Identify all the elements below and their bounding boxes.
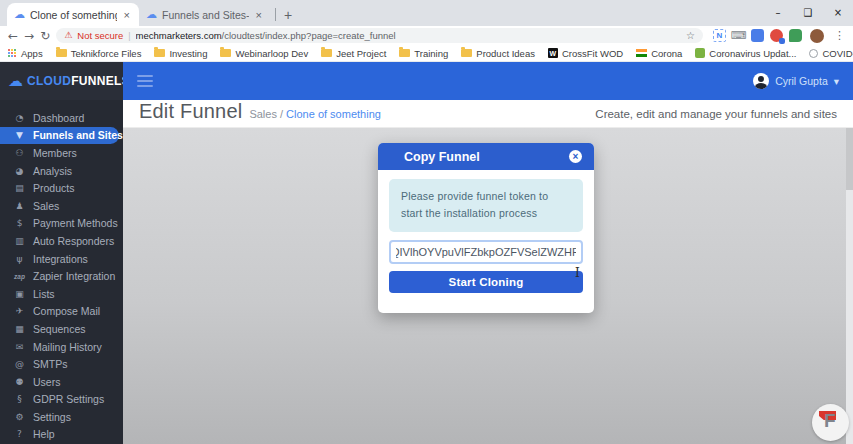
not-secure-warning-icon: ⚠ [64,31,72,40]
bookmark-label: Teknikforce Files [71,48,142,59]
user-menu[interactable]: Cyril Gupta ▾ [753,73,839,89]
tab-strip: ☁ Clone of something - Edit Funne × ☁ Fu… [0,0,853,26]
plug-icon: ψ [13,254,26,264]
reload-button[interactable]: ↻ [40,30,50,42]
tab-close-icon[interactable]: × [122,9,132,21]
sidebar-item-lists[interactable]: ▣Lists [0,285,123,303]
folder-icon [220,49,231,57]
text-cursor: I [575,266,580,280]
india-flag-icon [636,49,647,57]
bookmark-label: Training [414,48,448,59]
cloud-logo-icon: ☁ [8,74,23,89]
sidebar-item-help[interactable]: ?Help [0,426,123,444]
bookmark-label: Jeet Project [336,48,386,59]
teknikforce-watermark-logo: F [812,404,849,441]
maximize-button[interactable]: ❑ [793,0,823,26]
bookmark-coronavirus[interactable]: Coronavirus Updat... [695,48,796,59]
bookmark-covid-tracker[interactable]: COVID-19 Tracker j... [809,48,853,59]
top-bar: Cyril Gupta ▾ [123,62,853,100]
bookmark-folder[interactable]: Product Ideas [461,48,535,59]
products-icon: ▤ [13,183,26,193]
scrollbar[interactable] [846,128,853,444]
not-secure-label[interactable]: Not secure [77,30,123,41]
sidebar-item-compose-mail[interactable]: ✈Compose Mail [0,303,123,321]
new-tab-button[interactable]: + [284,7,292,23]
extension-toolbar: N ⌨ ⋮ [713,29,845,43]
bookmark-corona[interactable]: Corona [636,48,682,59]
folder-icon [56,49,67,57]
scrollbar-thumb[interactable] [846,128,853,190]
minimize-button[interactable]: – [763,0,793,26]
close-window-button[interactable]: × [823,0,853,26]
bookmark-folder[interactable]: Training [399,48,448,59]
modal-close-icon[interactable]: × [569,150,582,163]
breadcrumb-root[interactable]: Sales [249,108,277,120]
apps-shortcut[interactable]: Apps [8,48,43,59]
chrome-menu-icon[interactable]: ⋮ [834,29,845,42]
sidebar-item-payment-methods[interactable]: $Payment Methods [0,215,123,233]
tab-close-icon[interactable]: × [254,9,264,21]
extension-red-icon[interactable] [770,29,783,42]
sidebar-item-analysis[interactable]: ◕Analysis [0,162,123,180]
sidebar-item-users[interactable]: ⚉Users [0,373,123,391]
sidebar-item-dashboard[interactable]: ◔Dashboard [0,109,123,127]
forward-button[interactable]: → [24,30,34,42]
user-avatar [753,73,769,89]
extension-blue-icon[interactable] [751,29,764,42]
bookmark-folder[interactable]: Teknikforce Files [56,48,142,59]
apps-grid-icon [8,49,17,58]
payment-icon: $ [13,218,26,228]
sidebar-item-mailing-history[interactable]: ✉Mailing History [0,338,123,356]
calendar-icon: ▦ [13,324,26,334]
sidebar-item-products[interactable]: ▤Products [0,179,123,197]
bookmark-folder[interactable]: Webinarloop Dev [220,48,308,59]
bookmark-folder[interactable]: Investing [154,48,207,59]
bookmark-label: Investing [169,48,207,59]
tab-title: Funnels and Sites-CloudFunnels [162,9,249,21]
sidebar-item-auto-responders[interactable]: ▥Auto Responders [0,232,123,250]
bookmark-star-icon[interactable]: ☆ [686,30,695,41]
sidebar-item-integrations[interactable]: ψIntegrations [0,250,123,268]
sidebar-item-gdpr-settings[interactable]: §GDPR Settings [0,391,123,409]
sidebar-item-zapier[interactable]: zapZapier Integration [0,267,123,285]
funnel-token-input[interactable] [389,240,583,264]
tab-edit-funnel[interactable]: ☁ Clone of something - Edit Funne × [7,3,139,26]
sidebar-item-settings[interactable]: ⚙Settings [0,408,123,426]
folder-icon [154,49,165,57]
back-button[interactable]: ← [8,30,18,42]
folder-icon [399,49,410,57]
tab-title: Clone of something - Edit Funne [30,9,117,21]
chrome-profile-avatar[interactable] [810,29,824,43]
breadcrumb-separator: / [280,108,283,120]
sidebar-item-sequences[interactable]: ▦Sequences [0,320,123,338]
user-name: Cyril Gupta [775,75,828,87]
start-cloning-button[interactable]: Start Cloning [389,271,583,293]
at-sign-icon: @ [13,359,26,369]
bookmarks-bar: Apps Teknikforce Files Investing Webinar… [0,45,853,62]
page-header: Edit Funnel Sales / Clone of something C… [123,100,853,128]
modal-title: Copy Funnel [404,150,480,164]
modal-body: Please provide funnel token to start the… [378,170,594,313]
tab-funnels-and-sites[interactable]: ☁ Funnels and Sites-CloudFunnels × [139,3,271,26]
breadcrumb-current[interactable]: Clone of something [286,108,381,120]
extension-badge [779,38,785,44]
address-bar[interactable]: ⚠ Not secure | mechmarketers.com/cloudte… [56,28,703,43]
menu-toggle-icon[interactable] [137,75,153,88]
bookmark-label: Corona [651,48,682,59]
cloudfunnels-logo[interactable]: ☁ CLOUDFUNNELS [0,62,123,100]
bookmark-crossfit[interactable]: WCrossFit WOD [548,48,623,59]
sidebar-item-members[interactable]: ⚇Members [0,144,123,162]
url-text[interactable]: mechmarketers.com/cloudtest/index.php?pa… [136,30,681,41]
funnel-icon: ▼ [13,130,26,140]
page-content: Copy Funnel × Please provide funnel toke… [123,128,853,444]
extension-keyboard-icon[interactable]: ⌨ [732,29,745,42]
sidebar-item-funnels-and-sites[interactable]: ▼Funnels and Sites [0,127,119,145]
extension-green-icon[interactable] [789,29,802,42]
extension-n-icon[interactable]: N [713,29,726,42]
bookmark-label: Webinarloop Dev [235,48,308,59]
sidebar-item-smtps[interactable]: @SMTPs [0,355,123,373]
sidebar-item-sales[interactable]: ♟Sales [0,197,123,215]
bookmark-folder[interactable]: Jeet Project [321,48,386,59]
paper-plane-icon: ✈ [13,306,26,316]
w-badge-icon: W [548,48,558,58]
